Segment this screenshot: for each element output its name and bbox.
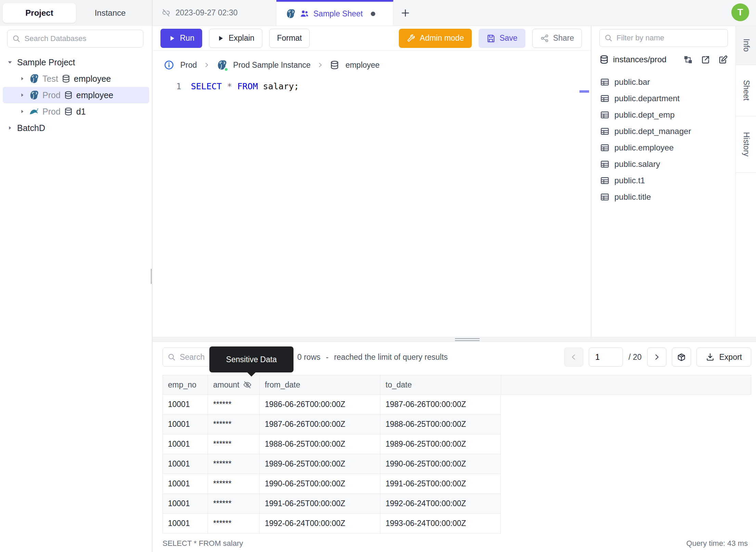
tab-project[interactable]: Project <box>3 3 76 23</box>
column-header-from-date[interactable]: from_date <box>259 375 380 395</box>
rows-info: 0 rows - reached the limit of query resu… <box>297 353 448 362</box>
cell-to-date[interactable]: 1990-06-25T00:00:00Z <box>380 454 501 474</box>
tab-history[interactable]: History <box>736 116 756 173</box>
table-filter-input[interactable] <box>616 34 723 42</box>
cell-emp-no[interactable]: 10001 <box>162 395 208 415</box>
tree-item-test-employee[interactable]: Test employee <box>0 70 152 87</box>
open-external-button[interactable] <box>701 55 711 65</box>
save-button[interactable]: Save <box>479 29 525 48</box>
cell-emp-no[interactable]: 10001 <box>162 434 208 454</box>
tab-sheet[interactable]: Sheet <box>736 65 756 116</box>
cell-to-date[interactable]: 1987-06-26T00:00:00Z <box>380 395 501 415</box>
table-row[interactable]: 10001 ****** 1991-06-25T00:00:00Z 1992-0… <box>162 494 751 514</box>
table-name: public.title <box>614 192 651 202</box>
cell-to-date[interactable]: 1993-06-24T00:00:00Z <box>380 514 501 534</box>
results-table-body: 10001 ****** 1986-06-26T00:00:00Z 1987-0… <box>162 395 751 534</box>
edit-schema-button[interactable] <box>718 55 728 65</box>
breadcrumb-environment[interactable]: Prod <box>180 61 197 70</box>
column-header-to-date[interactable]: to_date <box>380 375 501 395</box>
table-item[interactable]: public.title <box>592 189 735 205</box>
table-row[interactable]: 10001 ****** 1986-06-26T00:00:00Z 1987-0… <box>162 395 751 415</box>
cell-to-date[interactable]: 1992-06-24T00:00:00Z <box>380 494 501 514</box>
caret-right-icon[interactable] <box>18 92 27 98</box>
cell-emp-no[interactable]: 10001 <box>162 454 208 474</box>
cell-amount-masked[interactable]: ****** <box>208 395 259 415</box>
panel-resize-divider[interactable] <box>591 26 591 337</box>
format-button[interactable]: Format <box>269 29 310 48</box>
caret-right-icon[interactable] <box>18 108 27 115</box>
avatar[interactable]: T <box>731 3 749 21</box>
column-header-amount[interactable]: amount <box>208 375 259 395</box>
share-button[interactable]: Share <box>532 29 582 48</box>
tab-timestamp-sheet[interactable]: 2023-09-27 02:30 <box>153 0 276 26</box>
tab-instance[interactable]: Instance <box>76 3 144 23</box>
table-name: public.employee <box>614 143 674 153</box>
table-row[interactable]: 10001 ****** 1992-06-24T00:00:00Z 1993-0… <box>162 514 751 534</box>
tab-info[interactable]: Info <box>736 26 756 65</box>
tree-item-batchd[interactable]: BatchD <box>0 120 152 136</box>
results-resize-divider[interactable] <box>153 337 756 342</box>
cell-emp-no[interactable]: 10001 <box>162 494 208 514</box>
cell-from-date[interactable]: 1992-06-24T00:00:00Z <box>259 514 380 534</box>
database-icon <box>62 74 70 83</box>
database-search-input[interactable] <box>25 34 139 43</box>
cell-to-date[interactable]: 1988-06-25T00:00:00Z <box>380 415 501 434</box>
cell-emp-no[interactable]: 10001 <box>162 514 208 534</box>
cell-to-date[interactable]: 1991-06-25T00:00:00Z <box>380 474 501 494</box>
table-row[interactable]: 10001 ****** 1990-06-25T00:00:00Z 1991-0… <box>162 474 751 494</box>
database-path-row: instances/prod <box>599 51 728 68</box>
cell-amount-masked[interactable]: ****** <box>208 474 259 494</box>
table-item[interactable]: public.salary <box>592 156 735 172</box>
cell-amount-masked[interactable]: ****** <box>208 514 259 534</box>
admin-mode-button[interactable]: Admin mode <box>399 29 472 48</box>
table-row[interactable]: 10001 ****** 1989-06-25T00:00:00Z 1990-0… <box>162 454 751 474</box>
page-number-input[interactable] <box>589 347 623 367</box>
header-filler <box>501 375 751 395</box>
cell-amount-masked[interactable]: ****** <box>208 434 259 454</box>
caret-right-icon[interactable] <box>18 75 27 82</box>
cell-from-date[interactable]: 1991-06-25T00:00:00Z <box>259 494 380 514</box>
new-tab-button[interactable] <box>393 0 417 26</box>
cell-emp-no[interactable]: 10001 <box>162 415 208 434</box>
table-item[interactable]: public.t1 <box>592 172 735 189</box>
cell-amount-masked[interactable]: ****** <box>208 454 259 474</box>
table-item[interactable]: public.department <box>592 90 735 107</box>
tree-item-sample-project[interactable]: Sample Project <box>0 54 152 70</box>
export-button[interactable]: Export <box>696 347 751 367</box>
table-item[interactable]: public.dept_emp <box>592 107 735 123</box>
batch-export-button[interactable] <box>672 347 691 367</box>
next-page-button[interactable] <box>647 347 666 367</box>
breadcrumb-instance[interactable]: Prod Sample Instance <box>233 61 311 70</box>
cell-from-date[interactable]: 1988-06-25T00:00:00Z <box>259 434 380 454</box>
schema-diagram-button[interactable] <box>683 55 693 65</box>
run-button[interactable]: Run <box>160 29 202 48</box>
eye-off-icon[interactable] <box>243 380 252 389</box>
table-item[interactable]: public.dept_manager <box>592 123 735 140</box>
cell-from-date[interactable]: 1986-06-26T00:00:00Z <box>259 395 380 415</box>
explain-button[interactable]: Explain <box>209 29 262 48</box>
table-item[interactable]: public.bar <box>592 74 735 90</box>
query-results-panel: 0 rows - reached the limit of query resu… <box>153 342 756 552</box>
table-item[interactable]: public.employee <box>592 140 735 156</box>
caret-right-icon[interactable] <box>5 124 14 131</box>
cell-from-date[interactable]: 1987-06-26T00:00:00Z <box>259 415 380 434</box>
prev-page-button[interactable] <box>564 347 583 367</box>
column-header-emp-no[interactable]: emp_no <box>162 375 208 395</box>
info-icon[interactable] <box>164 60 174 70</box>
table-filter <box>599 29 728 47</box>
breadcrumb-database[interactable]: employee <box>346 61 380 70</box>
tree-item-prod-d1[interactable]: Prod d1 <box>0 103 152 120</box>
cell-amount-masked[interactable]: ****** <box>208 494 259 514</box>
cell-amount-masked[interactable]: ****** <box>208 415 259 434</box>
cell-from-date[interactable]: 1990-06-25T00:00:00Z <box>259 474 380 494</box>
sql-editor[interactable]: 1 SELECT * FROM salary; <box>153 79 591 337</box>
cell-to-date[interactable]: 1989-06-25T00:00:00Z <box>380 434 501 454</box>
table-row[interactable]: 10001 ****** 1987-06-26T00:00:00Z 1988-0… <box>162 415 751 434</box>
caret-down-icon[interactable] <box>5 58 14 66</box>
tab-sample-sheet[interactable]: Sample Sheet <box>276 0 393 26</box>
cell-emp-no[interactable]: 10001 <box>162 474 208 494</box>
tree-item-prod-employee[interactable]: Prod employee <box>3 87 149 103</box>
table-row[interactable]: 10001 ****** 1988-06-25T00:00:00Z 1989-0… <box>162 434 751 454</box>
postgres-icon-wrap <box>216 60 227 70</box>
cell-from-date[interactable]: 1989-06-25T00:00:00Z <box>259 454 380 474</box>
